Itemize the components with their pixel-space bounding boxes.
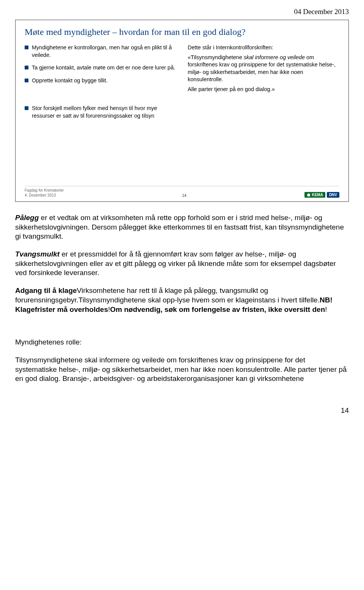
dnv-logo: DNV [327, 192, 339, 198]
bold-adgang: Adgang til å klage [15, 286, 77, 294]
slide-footer-page: 14 [64, 194, 304, 198]
slide-bullet: Myndighetene er kontrollorgan, men har o… [25, 44, 176, 59]
kema-logo: KEMA [304, 192, 325, 198]
right-quote: «Tilsynsmyndighetene skal informere og v… [188, 54, 339, 83]
paragraph-palegg: Pålegg er et vedtak om at virksomheten m… [15, 213, 349, 241]
right-line2: Alle parter tjener på en god dialog.» [188, 86, 339, 93]
slide-footer: Fagdag for Krematorier 4. Desember 2013 … [25, 186, 339, 198]
right-intro: Dette står i Internkontrollforskriften: [188, 44, 339, 52]
page-number: 14 [15, 406, 349, 415]
quote-italic: skal informere og veilede [244, 54, 305, 60]
term-tvangsmulkt: Tvangsmulkt [15, 250, 60, 258]
bold-forlengelse: Om nødvendig, søk om forlengelse av fris… [110, 305, 325, 313]
p3-t3: ! [325, 305, 327, 313]
slide-bullet: Ta gjerne kontakt, avtale møte om det er… [25, 64, 176, 72]
footer-line1: Fagdag for Krematorier [25, 188, 64, 193]
embedded-slide: Møte med myndigheter – hvordan for man t… [15, 20, 349, 202]
bullet-square-icon [25, 79, 28, 82]
bullet-text: Ta gjerne kontakt, avtale møte om det er… [32, 64, 175, 72]
bullet-text: Myndighetene er kontrollorgan, men har o… [32, 44, 176, 59]
bullet-square-icon [25, 46, 28, 49]
paragraph-tvangsmulkt: Tvangsmulkt er et pressmiddel for å få g… [15, 250, 349, 278]
header-date: 04 December 2013 [15, 8, 349, 16]
paragraph-klage: Adgang til å klageVirksomhetene har rett… [15, 286, 349, 314]
slide-footer-logos: KEMA DNV [304, 192, 339, 198]
slide-bullet: Stor forskjell mellom fylker med hensyn … [25, 105, 176, 120]
paragraph-rolle-head: Myndighetenes rolle: [15, 338, 349, 347]
bullet-text: Opprette kontakt og bygge tillit. [32, 77, 108, 85]
slide-right-column: Dette står i Internkontrollforskriften: … [188, 44, 339, 125]
quote-lead: «Tilsynsmyndighetene [188, 54, 244, 60]
bullet-square-icon [25, 106, 28, 110]
bullet-text: Stor forskjell mellom fylker med hensyn … [32, 105, 176, 120]
kema-label: KEMA [312, 193, 323, 197]
p2-rest: er et pressmiddel for å få gjennomført k… [15, 250, 336, 277]
slide-left-column: Myndighetene er kontrollorgan, men har o… [25, 44, 176, 125]
kema-icon [307, 193, 311, 197]
svg-point-0 [307, 194, 310, 197]
slide-title: Møte med myndigheter – hvordan for man t… [25, 27, 339, 37]
term-palegg: Pålegg [15, 214, 39, 222]
footer-line2: 4. Desember 2013 [25, 193, 64, 198]
p1-rest: er et vedtak om at virksomheten må rette… [15, 214, 344, 240]
paragraph-rolle-body: Tilsynsmyndighetene skal informere og ve… [15, 356, 349, 384]
slide-columns: Myndighetene er kontrollorgan, men har o… [25, 44, 339, 125]
bullet-square-icon [25, 66, 28, 69]
slide-footer-left: Fagdag for Krematorier 4. Desember 2013 [25, 188, 64, 198]
slide-bullet: Opprette kontakt og bygge tillit. [25, 77, 176, 85]
